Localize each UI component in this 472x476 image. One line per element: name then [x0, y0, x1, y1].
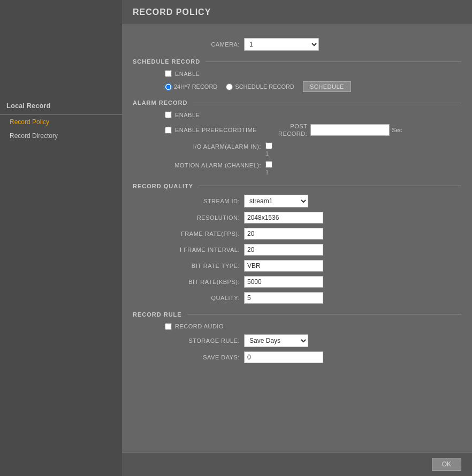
record-quality-divider [199, 186, 461, 186]
storage-rule-label: STORAGE RULE: [133, 337, 240, 344]
radio-24h[interactable] [165, 83, 172, 90]
bit-rate-row: BIT RATE(KBPS): [133, 276, 461, 288]
bottom-bar: OK [122, 452, 472, 476]
record-rule-section: RECORD RULE [133, 311, 461, 318]
quality-input[interactable] [244, 292, 323, 304]
alarm-record-divider [193, 103, 461, 103]
bit-rate-type-label: BIT RATE TYPE: [133, 263, 240, 269]
io-alarm-checkbox[interactable] [265, 142, 272, 149]
schedule-record-section: SCHEDULE RECORD [133, 58, 461, 65]
io-alarm-row: I/O ALARM(ALARM IN): 1 [133, 142, 461, 157]
alarm-record-section: ALARM RECORD [133, 99, 461, 106]
motion-alarm-checkbox[interactable] [265, 161, 272, 168]
bit-rate-label: BIT RATE(KBPS): [133, 279, 240, 285]
storage-rule-row: STORAGE RULE: Save Days Loop Record [133, 334, 461, 347]
alarm-record-title: ALARM RECORD [133, 99, 187, 106]
frame-rate-label: FRAME RATE(FPS): [133, 231, 240, 237]
io-alarm-label: I/O ALARM(ALARM IN): [133, 142, 261, 150]
schedule-record-divider [205, 62, 461, 62]
content-area: CAMERA: 1 2 3 4 SCHEDULE RECORD ENABLE 2… [122, 25, 472, 378]
i-frame-row: I FRAME INTERVAL: [133, 244, 461, 256]
bit-rate-type-row: BIT RATE TYPE: [133, 260, 461, 272]
sidebar-link-record-policy[interactable]: Record Policy [10, 118, 49, 126]
motion-alarm-right: 1 [265, 161, 272, 175]
sidebar-item-record-directory[interactable]: Record Directory [0, 129, 122, 143]
quality-label: QUALITY: [133, 295, 240, 301]
camera-label: CAMERA: [133, 41, 240, 48]
sidebar-section-title: Local Record [0, 96, 122, 114]
i-frame-input[interactable] [244, 244, 323, 256]
quality-row: QUALITY: [133, 292, 461, 304]
motion-alarm-label: MOTION ALARM (CHANNEL): [133, 161, 261, 168]
sidebar-link-record-directory[interactable]: Record Directory [10, 132, 58, 140]
schedule-radio-row: 24H*7 RECORD SCHEDULE RECORD SCHEDULE [165, 81, 461, 92]
frame-rate-input[interactable] [244, 228, 323, 240]
radio-schedule[interactable] [226, 83, 233, 90]
record-audio-checkbox[interactable] [165, 323, 172, 330]
save-days-row: SAVE DAYS: [133, 351, 461, 363]
page-title: RECORD POLICY [133, 7, 461, 17]
camera-select[interactable]: 1 2 3 4 [244, 38, 319, 51]
main-content: RECORD POLICY CAMERA: 1 2 3 4 SCHEDULE R… [122, 0, 472, 476]
schedule-enable-row: ENABLE [165, 70, 461, 77]
prerecord-row: ENABLE PRERECORDTIME POSTRECORD: Sec [165, 122, 461, 138]
save-days-label: SAVE DAYS: [133, 354, 240, 360]
save-days-input[interactable] [244, 351, 323, 363]
motion-alarm-channel: 1 [265, 169, 269, 175]
radio-schedule-option[interactable]: SCHEDULE RECORD [226, 83, 294, 90]
record-quality-section: RECORD QUALITY [133, 183, 461, 189]
post-record-input[interactable] [310, 124, 390, 136]
schedule-enable-label: ENABLE [175, 71, 200, 77]
record-rule-divider [187, 314, 461, 314]
camera-row: CAMERA: 1 2 3 4 [133, 38, 461, 51]
schedule-enable-checkbox[interactable] [165, 70, 172, 77]
alarm-enable-row: ENABLE [165, 111, 461, 118]
radio-24h-option[interactable]: 24H*7 RECORD [165, 83, 217, 90]
record-rule-title: RECORD RULE [133, 311, 182, 318]
prerecord-checkbox[interactable] [165, 127, 172, 134]
record-quality-title: RECORD QUALITY [133, 183, 193, 189]
resolution-label: RESOLUTION: [133, 214, 240, 221]
page-header: RECORD POLICY [122, 0, 472, 25]
sidebar: Local Record Record Policy Record Direct… [0, 0, 122, 476]
io-alarm-right: 1 [265, 142, 272, 157]
motion-alarm-row: MOTION ALARM (CHANNEL): 1 [133, 161, 461, 175]
stream-id-row: STREAM ID: stream1 stream2 [133, 195, 461, 208]
alarm-enable-label: ENABLE [175, 112, 200, 118]
record-audio-label: RECORD AUDIO [175, 323, 224, 329]
schedule-button[interactable]: SCHEDULE [303, 81, 351, 92]
stream-id-label: STREAM ID: [133, 198, 240, 204]
sidebar-item-record-policy[interactable]: Record Policy [0, 115, 122, 129]
sec-label: Sec [392, 127, 402, 133]
radio-24h-label: 24H*7 RECORD [174, 83, 217, 90]
bit-rate-type-input[interactable] [244, 260, 323, 272]
bit-rate-input[interactable] [244, 276, 323, 288]
resolution-row: RESOLUTION: [133, 212, 461, 224]
alarm-enable-checkbox[interactable] [165, 111, 172, 118]
post-record-label: POSTRECORD: [278, 122, 307, 138]
radio-schedule-label: SCHEDULE RECORD [235, 83, 294, 90]
schedule-record-title: SCHEDULE RECORD [133, 58, 200, 65]
io-alarm-channel: 1 [265, 150, 269, 157]
ok-button[interactable]: OK [432, 458, 461, 471]
record-audio-row: RECORD AUDIO [165, 323, 461, 330]
i-frame-label: I FRAME INTERVAL: [133, 247, 240, 253]
prerecord-label: ENABLE PRERECORDTIME [175, 127, 257, 133]
storage-rule-select[interactable]: Save Days Loop Record [244, 334, 308, 347]
frame-rate-row: FRAME RATE(FPS): [133, 228, 461, 240]
resolution-input[interactable] [244, 212, 323, 224]
stream-id-select[interactable]: stream1 stream2 [244, 195, 308, 208]
